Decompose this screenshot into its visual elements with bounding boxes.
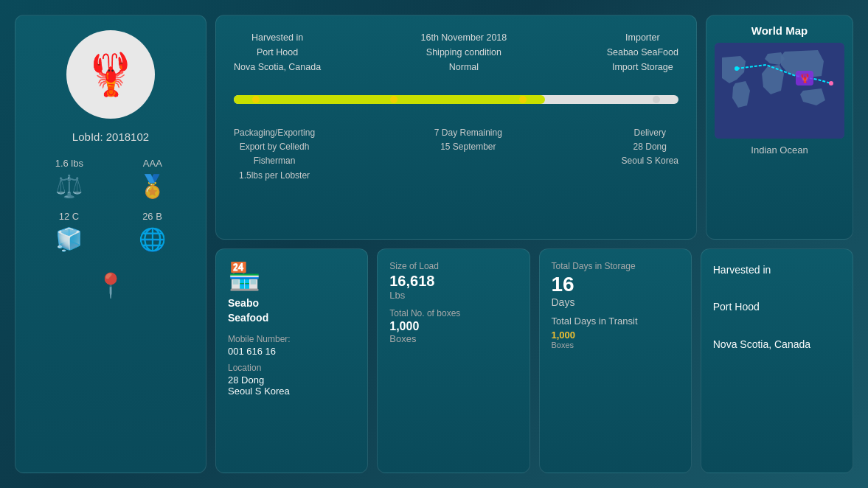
vendor-icon: 🏪 (228, 261, 355, 292)
size-value: 16,618 (389, 273, 517, 290)
mobile-label: Mobile Number: (228, 334, 355, 344)
weight-label: 1.6 lbs (55, 158, 83, 169)
location-value: 28 Dong Seoul S Korea (228, 374, 355, 397)
weight-stat: 1.6 lbs ⚖️ (55, 158, 83, 199)
mobile-value: 001 616 16 (228, 346, 355, 357)
dot-4 (653, 96, 660, 103)
svg-text:🦞: 🦞 (799, 72, 810, 83)
transit-label: Total Days in Transit (552, 316, 679, 327)
timeline-col1: Harvested in Port Hood Nova Scotia, Cana… (234, 30, 321, 74)
timeline-bar (234, 95, 678, 104)
timeline-col2: 16th November 2018 Shipping condition No… (421, 30, 507, 74)
storage-unit: Days (552, 296, 679, 308)
svg-point-2 (829, 81, 833, 86)
lobster-icon: 🦞 (66, 30, 155, 119)
storage-value: 16 (552, 273, 679, 296)
map-svg: 🦞 (715, 43, 844, 139)
timeline-below-2: 7 Day Remaining 15 September (434, 126, 502, 183)
storage-label: Total Days in Storage (552, 261, 679, 271)
fridge-icon: 🧊 (55, 226, 83, 252)
temp-stat: 12 C 🧊 (55, 211, 83, 252)
grade-label: AAA (143, 158, 162, 169)
boxes-label: Total No. of boxes (389, 308, 517, 318)
temp-boxes-row: 12 C 🧊 26 B 🌐 (27, 211, 194, 252)
timeline-col3: Importer Seabao SeaFood Import Storage (607, 30, 678, 74)
size-card: Size of Load 16,618 Lbs Total No. of box… (377, 248, 530, 473)
size-label: Size of Load (389, 261, 517, 271)
scale-icon: ⚖️ (55, 173, 83, 199)
dot-2 (390, 96, 397, 103)
timeline-below-3: Delivery 28 Dong Seoul S Korea (622, 126, 678, 183)
top-row: Harvested in Port Hood Nova Scotia, Cana… (215, 15, 853, 240)
boxes-stat: 26 B 🌐 (139, 211, 166, 252)
timeline-below-1: Packaging/Exporting Export by Celledh Fi… (234, 126, 315, 183)
location-icon: 📍 (96, 271, 125, 299)
svg-point-1 (735, 66, 739, 71)
temp-label: 12 C (59, 211, 79, 222)
timeline-info-row: Harvested in Port Hood Nova Scotia, Cana… (234, 30, 678, 74)
boxes-label: 26 B (142, 211, 162, 222)
transit-unit: Boxes (552, 341, 679, 349)
vendor-card: 🏪 Seabo Seafood Mobile Number: 001 616 1… (215, 248, 368, 473)
boxes-value: 1,000 (389, 320, 517, 333)
harvest-info: Harvested in Port Hood Nova Scotia, Cana… (713, 261, 841, 354)
left-panel: 🦞 LobId: 2018102 1.6 lbs ⚖️ AAA 🏅 12 C 🧊… (15, 15, 206, 473)
timeline-fill (234, 95, 545, 104)
harvest-card: Harvested in Port Hood Nova Scotia, Cana… (701, 248, 853, 473)
size-unit: Lbs (389, 290, 517, 301)
transit-value: 1,000 (552, 330, 679, 341)
dot-1 (252, 96, 260, 103)
map-title: World Map (751, 24, 808, 37)
lob-id: LobId: 2018102 (72, 130, 149, 143)
ocean-label: Indian Ocean (751, 144, 808, 156)
map-panel: World Map (706, 15, 853, 240)
grade-stat: AAA 🏅 (139, 158, 166, 199)
globe-icon: 🌐 (139, 226, 166, 252)
dot-3 (519, 96, 527, 103)
timeline-below-row: Packaging/Exporting Export by Celledh Fi… (234, 126, 678, 183)
timeline-track (234, 95, 678, 104)
weight-grade-row: 1.6 lbs ⚖️ AAA 🏅 (27, 158, 194, 199)
map-visual: 🦞 (715, 43, 844, 139)
timeline-panel: Harvested in Port Hood Nova Scotia, Cana… (215, 15, 697, 240)
badge-icon: 🏅 (139, 173, 166, 199)
vendor-name: Seabo Seafood (228, 296, 355, 325)
right-area: Harvested in Port Hood Nova Scotia, Cana… (215, 15, 853, 473)
storage-card: Total Days in Storage 16 Days Total Days… (539, 248, 692, 473)
location-label: Location (228, 363, 355, 373)
bottom-row: 🏪 Seabo Seafood Mobile Number: 001 616 1… (215, 248, 853, 473)
boxes-unit: Boxes (389, 333, 517, 344)
